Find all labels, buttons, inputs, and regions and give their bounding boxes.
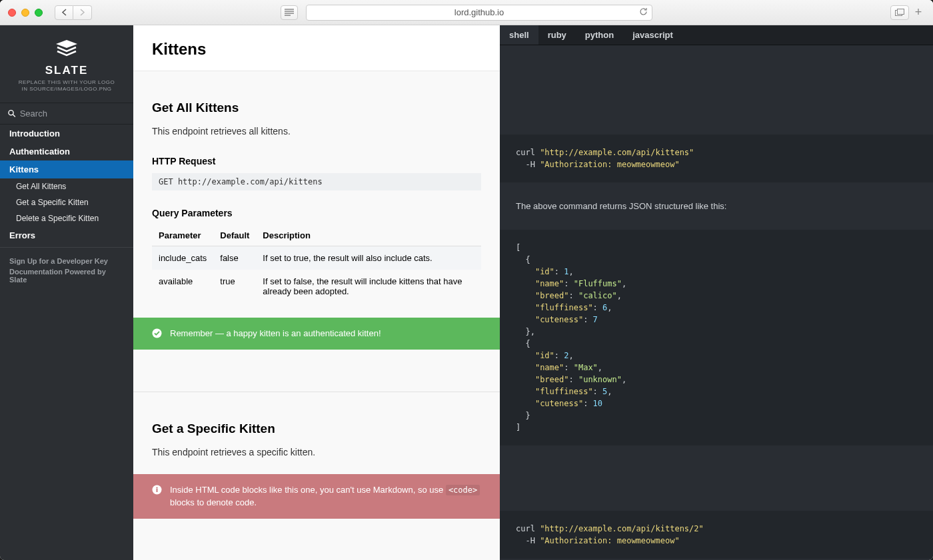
lang-tab-shell[interactable]: shell: [500, 25, 538, 45]
reload-icon[interactable]: [639, 7, 648, 18]
logo-subtitle: REPLACE THIS WITH YOUR LOGO IN SOURCE/IM…: [7, 79, 127, 93]
success-notice-text: Remember — a happy kitten is an authenti…: [170, 327, 381, 340]
url-text: lord.github.io: [455, 7, 504, 17]
nav-get-specific-kitten[interactable]: Get a Specific Kitten: [0, 194, 133, 210]
section-divider: [133, 350, 500, 392]
new-tab-button[interactable]: +: [912, 3, 925, 22]
nav-get-all-kittens[interactable]: Get All Kittens: [0, 178, 133, 194]
query-params-table: Parameter Default Description include_ca…: [152, 225, 481, 303]
logo-area: SLATE REPLACE THIS WITH YOUR LOGO IN SOU…: [0, 25, 133, 103]
section-heading-get-specific: Get a Specific Kitten: [152, 421, 481, 436]
lang-tab-javascript[interactable]: javascript: [623, 25, 682, 45]
code-block-json-1: [ { "id": 1, "name": "Fluffums", "breed"…: [500, 230, 933, 445]
search-icon: [8, 109, 16, 118]
nav-list: Introduction Authentication Kittens Get …: [0, 125, 133, 244]
code-panel: shell ruby python javascript curl "http:…: [500, 25, 933, 560]
code-block-curl-2: curl "http://example.com/api/kittens/2" …: [500, 511, 933, 559]
window-close-button[interactable]: [8, 9, 16, 17]
code-block-curl-1: curl "http://example.com/api/kittens" -H…: [500, 135, 933, 182]
query-params-heading: Query Parameters: [152, 208, 481, 218]
main-content: Kittens Get All Kittens This endpoint re…: [133, 25, 500, 560]
warning-notice: Inside HTML code blocks like this one, y…: [133, 474, 500, 519]
search-input[interactable]: [20, 109, 125, 119]
svg-rect-6: [157, 487, 158, 488]
svg-rect-1: [898, 9, 904, 15]
svg-point-2: [9, 110, 13, 115]
th-parameter: Parameter: [152, 225, 213, 246]
nav-kittens[interactable]: Kittens: [0, 160, 133, 178]
warning-notice-text: Inside HTML code blocks like this one, y…: [170, 483, 481, 509]
nav-introduction[interactable]: Introduction: [0, 125, 133, 142]
nav-authentication[interactable]: Authentication: [0, 142, 133, 160]
window-zoom-button[interactable]: [35, 9, 43, 17]
section-desc: This endpoint retrieves all kittens.: [152, 125, 481, 139]
window-minimize-button[interactable]: [21, 9, 29, 17]
http-request-code: GET http://example.com/api/kittens: [152, 173, 481, 190]
lang-tab-python[interactable]: python: [576, 25, 623, 45]
th-default: Default: [213, 225, 256, 246]
page-title: Kittens: [152, 40, 481, 59]
forward-button[interactable]: [73, 5, 92, 20]
browser-titlebar: lord.github.io +: [0, 0, 933, 25]
nav-errors[interactable]: Errors: [0, 226, 133, 244]
svg-rect-5: [157, 489, 158, 492]
logo-title: SLATE: [7, 64, 127, 77]
nav-separator: [0, 247, 133, 248]
http-request-heading: HTTP Request: [152, 156, 481, 166]
logo-icon: [7, 39, 127, 59]
table-row: available true If set to false, the resu…: [152, 270, 481, 303]
footer-signup-link[interactable]: Sign Up for a Developer Key: [9, 256, 124, 266]
footer-powered-link[interactable]: Documentation Powered by Slate: [9, 266, 124, 285]
language-tabs: shell ruby python javascript: [500, 25, 933, 45]
reader-mode-button[interactable]: [281, 5, 298, 20]
info-circle-icon: [152, 485, 162, 495]
table-row: include_cats false If set to true, the r…: [152, 246, 481, 270]
success-notice: Remember — a happy kitten is an authenti…: [133, 318, 500, 350]
nav-delete-specific-kitten[interactable]: Delete a Specific Kitten: [0, 210, 133, 226]
check-circle-icon: [152, 328, 162, 338]
section-heading-get-all: Get All Kittens: [152, 101, 481, 115]
section-desc-2: This endpoint retrieves a specific kitte…: [152, 445, 481, 459]
lang-tab-ruby[interactable]: ruby: [538, 25, 576, 45]
code-note-1: The above command returns JSON structure…: [500, 192, 933, 220]
back-button[interactable]: [55, 5, 73, 20]
sidebar-search[interactable]: [0, 103, 133, 125]
show-tabs-button[interactable]: [890, 5, 909, 20]
address-bar[interactable]: lord.github.io: [306, 5, 652, 21]
sidebar: SLATE REPLACE THIS WITH YOUR LOGO IN SOU…: [0, 25, 133, 560]
th-description: Description: [256, 225, 481, 246]
